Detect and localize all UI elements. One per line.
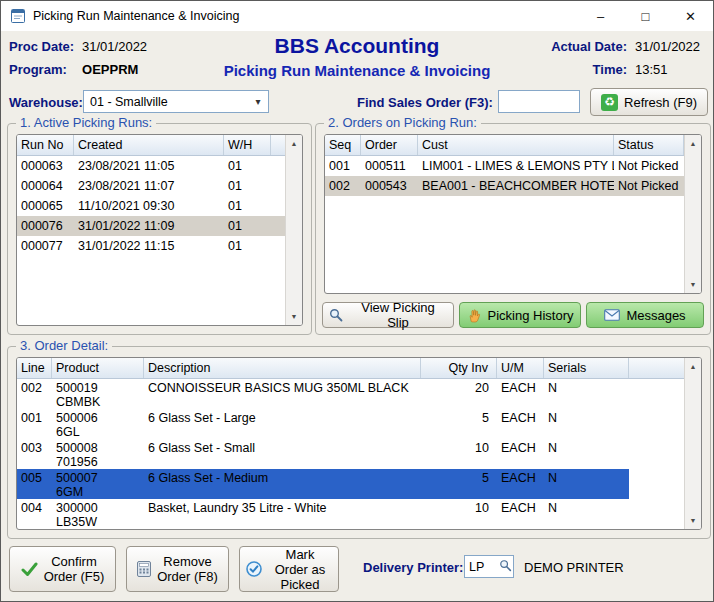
col-description[interactable]: Description <box>144 358 421 378</box>
confirm-order-label-2: Order (F5) <box>44 569 105 584</box>
line-cell: 004 <box>17 499 52 529</box>
order-detail-list: Line Product Description Qty Inv U/M Ser… <box>16 357 702 530</box>
orders-scrollbar[interactable]: ▲ ▼ <box>684 135 701 293</box>
time-label: Time: <box>551 62 627 77</box>
window-title: Picking Run Maintenance & Invoicing <box>33 9 578 23</box>
close-button[interactable]: ✕ <box>668 1 713 31</box>
picking-run-row[interactable]: 000064 23/08/2021 11:07 01 <box>17 176 285 196</box>
order-row[interactable]: 002 000543 BEA001 - BEACHCOMBER HOTE... … <box>325 176 684 196</box>
circle-check-icon <box>246 561 262 577</box>
warehouse-label: Warehouse: <box>9 95 83 110</box>
serials-cell: N <box>544 379 629 409</box>
product-cell: 500008 701956 <box>52 439 144 469</box>
created-cell: 31/01/2022 11:09 <box>74 216 224 236</box>
description-cell: 6 Glass Set - Medium <box>144 469 421 499</box>
scroll-down-icon[interactable]: ▼ <box>685 277 701 292</box>
col-serials[interactable]: Serials <box>544 358 629 378</box>
qty-cell: 10 <box>421 499 497 529</box>
filler-cell <box>271 236 285 256</box>
order-cell: 000543 <box>361 176 418 196</box>
find-sales-order-input[interactable] <box>498 90 580 113</box>
order-detail-row[interactable]: 002 500019 CBMBK CONNOISSEUR BASICS MUG … <box>17 379 629 409</box>
order-row[interactable]: 001 000511 LIM001 - LIMES & LEMONS PTY L… <box>325 156 684 176</box>
view-picking-slip-button[interactable]: View Picking Slip <box>322 302 454 328</box>
window-controls: – □ ✕ <box>578 1 713 31</box>
col-product[interactable]: Product <box>52 358 144 378</box>
seq-cell: 001 <box>325 156 361 176</box>
order-detail-row[interactable]: 005 500007 6GM 6 Glass Set - Medium 5 EA… <box>17 469 629 499</box>
col-um[interactable]: U/M <box>497 358 544 378</box>
orders-rows: 001 000511 LIM001 - LIMES & LEMONS PTY L… <box>325 156 684 293</box>
order-detail-rows: 002 500019 CBMBK CONNOISSEUR BASICS MUG … <box>17 379 684 529</box>
cust-cell: LIM001 - LIMES & LEMONS PTY L... <box>418 156 614 176</box>
col-status[interactable]: Status <box>614 135 684 155</box>
messages-button[interactable]: Messages <box>586 302 704 328</box>
warehouse-value: 01 - Smallville <box>84 95 248 109</box>
picking-runs-scrollbar[interactable]: ▲ ▼ <box>285 135 302 325</box>
hand-icon <box>467 308 482 323</box>
col-order[interactable]: Order <box>361 135 418 155</box>
filler-cell <box>271 196 285 216</box>
printer-lookup-icon[interactable] <box>499 559 512 572</box>
refresh-button[interactable]: ♻ Refresh (F9) <box>590 88 708 116</box>
product-cell: 500019 CBMBK <box>52 379 144 409</box>
serials-cell: N <box>544 409 629 439</box>
col-filler <box>271 135 285 155</box>
col-qty-inv[interactable]: Qty Inv <box>421 358 497 378</box>
picking-history-button[interactable]: Picking History <box>459 302 581 328</box>
col-cust[interactable]: Cust <box>418 135 614 155</box>
envelope-icon <box>604 309 620 321</box>
orders-header: Seq Order Cust Status <box>325 135 684 156</box>
wh-cell: 01 <box>224 236 271 256</box>
col-wh[interactable]: W/H <box>224 135 271 155</box>
actual-date-value: 31/01/2022 <box>635 39 705 54</box>
mark-order-picked-button[interactable]: Mark Order as Picked <box>239 546 339 592</box>
order-detail-row[interactable]: 003 500008 701956 6 Glass Set - Small 10… <box>17 439 629 469</box>
scroll-up-icon[interactable]: ▲ <box>685 359 701 374</box>
qty-cell: 20 <box>421 379 497 409</box>
col-line[interactable]: Line <box>17 358 52 378</box>
serials-cell: N <box>544 439 629 469</box>
picking-run-row[interactable]: 000063 23/08/2021 11:05 01 <box>17 156 285 176</box>
col-created[interactable]: Created <box>74 135 224 155</box>
scroll-up-icon[interactable]: ▲ <box>286 136 302 151</box>
messages-label: Messages <box>626 308 685 323</box>
minimize-button[interactable]: – <box>578 1 623 31</box>
order-detail-row[interactable]: 001 500006 6GL 6 Glass Set - Large 5 EAC… <box>17 409 629 439</box>
line-cell: 005 <box>17 469 52 499</box>
scroll-down-icon[interactable]: ▼ <box>286 309 302 324</box>
recycle-icon: ♻ <box>601 94 618 111</box>
remove-order-label-2: Order (F8) <box>157 569 218 584</box>
check-icon <box>21 562 38 577</box>
qty-cell: 5 <box>421 409 497 439</box>
order-detail-scrollbar[interactable]: ▲ ▼ <box>684 358 701 529</box>
picking-history-label: Picking History <box>488 308 574 323</box>
serials-cell: N <box>544 499 629 529</box>
maximize-button[interactable]: □ <box>623 1 668 31</box>
col-run-no[interactable]: Run No <box>17 135 74 155</box>
picking-run-row[interactable]: 000076 31/01/2022 11:09 01 <box>17 216 285 236</box>
col-seq[interactable]: Seq <box>325 135 361 155</box>
app-window: Picking Run Maintenance & Invoicing – □ … <box>0 0 714 602</box>
description-cell: CONNOISSEUR BASICS MUG 350ML BLACK <box>144 379 421 409</box>
order-detail-row[interactable]: 004 300000 LB35W Basket, Laundry 35 Litr… <box>17 499 629 529</box>
picking-runs-list: Run No Created W/H 000063 23/08/2021 11:… <box>16 134 303 326</box>
run-no-cell: 000065 <box>17 196 74 216</box>
footer: Confirm Order (F5) Remove Order (F8) <box>1 541 713 602</box>
created-cell: 11/10/2021 09:30 <box>74 196 224 216</box>
picking-run-row[interactable]: 000077 31/01/2022 11:15 01 <box>17 236 285 256</box>
remove-order-button[interactable]: Remove Order (F8) <box>126 546 229 592</box>
description-cell: 6 Glass Set - Small <box>144 439 421 469</box>
picking-run-row[interactable]: 000065 11/10/2021 09:30 01 <box>17 196 285 216</box>
status-cell: Not Picked <box>614 156 684 176</box>
product-code: 500007 <box>56 472 140 485</box>
col-filler <box>629 358 684 378</box>
header-right: Actual Date: 31/01/2022 Time: 13:51 <box>551 39 705 77</box>
confirm-order-button[interactable]: Confirm Order (F5) <box>9 546 116 592</box>
description-cell: 6 Glass Set - Large <box>144 409 421 439</box>
um-cell: EACH <box>497 499 544 529</box>
warehouse-select[interactable]: 01 - Smallville ▾ <box>83 90 269 113</box>
scroll-up-icon[interactable]: ▲ <box>685 136 701 151</box>
scroll-down-icon[interactable]: ▼ <box>685 513 701 528</box>
find-sales-order-label: Find Sales Order (F3): <box>357 95 493 110</box>
